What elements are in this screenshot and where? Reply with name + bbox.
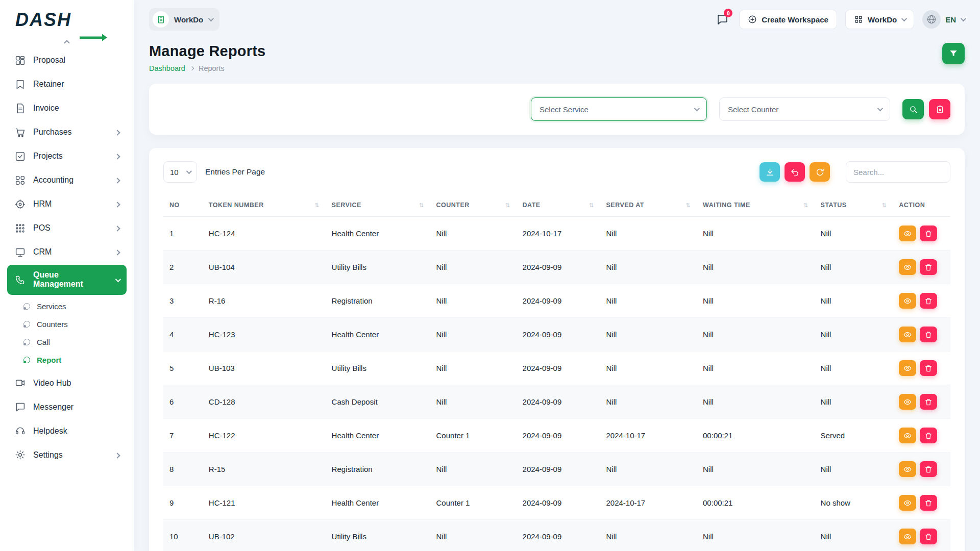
sidebar-item-projects[interactable]: Projects	[7, 145, 127, 167]
sort-icon[interactable]: ⇅	[505, 202, 510, 209]
sidebar-item-proposal[interactable]: Proposal	[7, 49, 127, 71]
undo-button[interactable]	[785, 162, 805, 182]
sidebar-item-hrm[interactable]: HRM	[7, 193, 127, 215]
entries-per-page-select[interactable]: 10	[163, 161, 197, 183]
proposal-icon	[14, 55, 26, 66]
sidebar-item-purchases[interactable]: Purchases	[7, 121, 127, 143]
delete-report-button[interactable]	[920, 394, 937, 410]
delete-report-button[interactable]	[920, 226, 937, 241]
sidebar-item-retainer[interactable]: Retainer	[7, 73, 127, 95]
col-counter[interactable]: COUNTER⇅	[430, 194, 517, 217]
view-report-button[interactable]	[899, 360, 916, 376]
export-button[interactable]	[760, 162, 780, 182]
col-service[interactable]: SERVICE⇅	[326, 194, 430, 217]
logo[interactable]: DASH	[0, 0, 134, 40]
sidebar-scroll-up[interactable]	[7, 40, 127, 49]
sidebar-subitem-services[interactable]: Services	[7, 297, 127, 315]
delete-report-button[interactable]	[920, 360, 937, 376]
retainer-icon	[14, 79, 26, 90]
sort-icon[interactable]: ⇅	[882, 202, 887, 209]
service-select[interactable]: Select Service	[531, 97, 707, 121]
sidebar-item-messenger[interactable]: Messenger	[7, 396, 127, 418]
chevron-down-icon	[877, 106, 883, 111]
breadcrumb-dashboard-link[interactable]: Dashboard	[149, 64, 185, 72]
delete-report-button[interactable]	[920, 461, 937, 477]
cell-waiting-time: Nill	[697, 520, 815, 551]
delete-report-button[interactable]	[920, 495, 937, 511]
cell-date: 2024-09-09	[517, 352, 600, 385]
view-report-button[interactable]	[899, 259, 916, 275]
sort-icon[interactable]: ⇅	[685, 202, 691, 209]
reports-table-body: 1 HC-124 Health Center Nill 2024-10-17 N…	[163, 217, 950, 551]
cell-service: Utility Bills	[326, 251, 430, 284]
sidebar-subitem-counters[interactable]: Counters	[7, 315, 127, 333]
reset-filter-button[interactable]	[929, 99, 950, 119]
sidebar-subitem-label: Call	[37, 338, 50, 346]
sidebar-item-pos[interactable]: POS	[7, 217, 127, 239]
view-report-button[interactable]	[899, 428, 916, 443]
cell-token-number: CD-128	[203, 385, 326, 419]
delete-report-button[interactable]	[920, 293, 937, 309]
view-report-button[interactable]	[899, 327, 916, 342]
sidebar-subitem-call[interactable]: Call	[7, 333, 127, 351]
sidebar-item-settings[interactable]: Settings	[7, 444, 127, 466]
delete-report-button[interactable]	[920, 327, 937, 342]
col-date[interactable]: DATE⇅	[517, 194, 600, 217]
view-report-button[interactable]	[899, 293, 916, 309]
search-input[interactable]	[846, 161, 950, 183]
sidebar-item-invoice[interactable]: Invoice	[7, 97, 127, 119]
sort-icon[interactable]: ⇅	[419, 202, 424, 209]
col-status[interactable]: STATUS⇅	[815, 194, 893, 217]
view-report-button[interactable]	[899, 226, 916, 241]
grid-dots-icon	[14, 222, 26, 234]
messages-button[interactable]: 0	[714, 11, 731, 28]
counter-select[interactable]: Select Counter	[719, 97, 890, 121]
sidebar-item-queue-management[interactable]: Queue Management	[7, 265, 127, 295]
cell-date: 2024-10-17	[517, 217, 600, 251]
create-workspace-button[interactable]: Create Workspace	[739, 10, 837, 29]
cell-date: 2024-09-09	[517, 520, 600, 551]
delete-report-button[interactable]	[920, 259, 937, 275]
sidebar-item-accounting[interactable]: Accounting	[7, 169, 127, 191]
cell-service: Health Center	[326, 217, 430, 251]
col-served-at[interactable]: SERVED AT⇅	[600, 194, 697, 217]
cell-status: Nill	[815, 217, 893, 251]
col-waiting-time[interactable]: WAITING TIME⇅	[697, 194, 815, 217]
sidebar-subitem-report[interactable]: Report	[7, 351, 127, 369]
eye-icon	[903, 432, 912, 440]
sidebar-item-label: Settings	[33, 450, 63, 460]
sort-icon[interactable]: ⇅	[803, 202, 808, 209]
cell-waiting-time: Nill	[697, 352, 815, 385]
view-report-button[interactable]	[899, 394, 916, 410]
sidebar-item-video-hub[interactable]: Video Hub	[7, 372, 127, 394]
table-row: 1 HC-124 Health Center Nill 2024-10-17 N…	[163, 217, 950, 251]
cell-served-at: Nill	[600, 352, 697, 385]
view-report-button[interactable]	[899, 461, 916, 477]
table-row: 9 HC-121 Health Center Counter 1 2024-09…	[163, 486, 950, 520]
sort-icon[interactable]: ⇅	[589, 202, 594, 209]
language-switcher[interactable]: EN	[922, 10, 965, 29]
sidebar-item-label: Proposal	[33, 56, 65, 65]
sidebar-item-crm[interactable]: CRM	[7, 241, 127, 263]
trash-icon	[924, 533, 933, 541]
workspace-switcher[interactable]: WorkDo	[149, 8, 219, 31]
bullet-icon	[23, 303, 30, 310]
cell-counter: Nill	[430, 318, 517, 352]
filter-toggle-button[interactable]	[942, 43, 965, 64]
eye-icon	[903, 364, 912, 372]
refresh-button[interactable]	[810, 162, 830, 182]
sidebar-item-label: POS	[33, 223, 51, 233]
sort-icon[interactable]: ⇅	[314, 202, 320, 209]
col-token-number[interactable]: TOKEN NUMBER⇅	[203, 194, 326, 217]
view-report-button[interactable]	[899, 495, 916, 511]
cell-date: 2024-09-09	[517, 385, 600, 419]
app-menu-button[interactable]: WorkDo	[845, 10, 914, 29]
trash-icon	[924, 230, 933, 238]
col-no[interactable]: NO	[163, 194, 203, 217]
view-report-button[interactable]	[899, 529, 916, 544]
delete-report-button[interactable]	[920, 529, 937, 544]
delete-report-button[interactable]	[920, 428, 937, 443]
apply-filter-button[interactable]	[902, 99, 924, 119]
cell-action	[893, 419, 950, 453]
sidebar-item-helpdesk[interactable]: Helpdesk	[7, 420, 127, 442]
